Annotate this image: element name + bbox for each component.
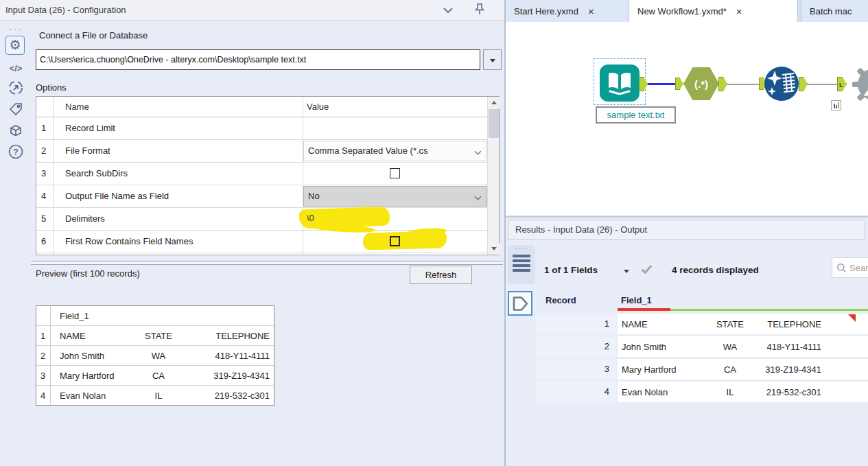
- field1-column-header[interactable]: Field_1: [621, 295, 652, 305]
- scrollbar-thumb[interactable]: [489, 109, 499, 138]
- first-row-names-checkbox[interactable]: [390, 236, 400, 246]
- truncation-warning-icon: [848, 314, 856, 322]
- records-summary: 4 records displayed: [672, 265, 759, 275]
- option-name: Output File Name as Field: [65, 191, 169, 201]
- output-port-selector[interactable]: [508, 291, 532, 316]
- file-path-input[interactable]: [36, 49, 480, 70]
- options-value-header: Value: [307, 102, 329, 112]
- refresh-button[interactable]: Refresh: [410, 266, 472, 284]
- tab-new-workflow1[interactable]: New Workflow1.yxmd* ×: [629, 0, 798, 22]
- option-row-delimiters: 5 Delimiters \0: [36, 208, 488, 231]
- preview-row: 2 John Smith WA 418-Y11-4111: [36, 346, 274, 366]
- option-row-record-limit: 1 Record Limit: [36, 117, 488, 140]
- pin-icon[interactable]: [473, 3, 486, 17]
- cell-name: Mary Hartford: [622, 364, 711, 375]
- more-options-dots-icon[interactable]: ···: [6, 23, 25, 34]
- cell-state: STATE: [711, 319, 749, 329]
- row-number: 3: [40, 371, 45, 381]
- workflow-canvas[interactable]: (.*) L: [506, 22, 868, 215]
- scroll-down-button[interactable]: [488, 243, 500, 255]
- code-icon[interactable]: </>: [6, 63, 25, 73]
- search-subdirs-checkbox[interactable]: [390, 168, 400, 178]
- field-cell[interactable]: Mary Hartford CA 319-Z19-4341: [618, 359, 868, 380]
- tab-start-here[interactable]: Start Here.yxmd ×: [506, 0, 629, 22]
- output-filename-dropdown[interactable]: No: [303, 186, 487, 207]
- options-header-row: Name Value: [36, 97, 488, 117]
- connection-port-icon: [512, 295, 529, 312]
- input-anchor-icon[interactable]: [675, 78, 683, 90]
- results-side-handle[interactable]: ·····: [508, 245, 535, 284]
- input-data-tool[interactable]: [600, 65, 640, 102]
- option-row-first-row-names: 6 First Row Contains Field Names: [36, 231, 488, 253]
- gear-pencil-icon: [849, 62, 868, 107]
- close-icon[interactable]: ×: [588, 6, 594, 16]
- chevron-down-icon: [475, 194, 482, 200]
- cell-name: NAME: [60, 331, 142, 341]
- sparkle-table-icon: [764, 66, 799, 102]
- config-panel-title: Input Data (26) - Configuration: [5, 5, 126, 15]
- options-name-header: Name: [65, 102, 89, 112]
- file-dropdown-button[interactable]: [483, 49, 502, 70]
- cell-name: John Smith: [60, 351, 142, 361]
- connection-wire-selected[interactable]: [648, 83, 675, 85]
- left-input-anchor[interactable]: L: [837, 77, 847, 91]
- cell-phone: 219-532-c301: [175, 391, 270, 401]
- connection-wire[interactable]: [808, 84, 838, 85]
- right-input-anchor[interactable]: [831, 100, 841, 110]
- cell-state: IL: [711, 387, 749, 397]
- options-scrollbar[interactable]: [487, 97, 499, 255]
- regex-tool[interactable]: (.*): [683, 66, 719, 102]
- record-number-cell: 2: [537, 336, 616, 357]
- help-icon[interactable]: ?: [6, 143, 25, 160]
- option-row-output-filename: 4 Output File Name as Field No: [36, 185, 488, 208]
- cell-phone: 418-Y11-4111: [175, 351, 270, 361]
- cell-name: Evan Nolan: [622, 387, 711, 397]
- results-search-box[interactable]: [832, 257, 868, 278]
- open-book-icon: [607, 71, 633, 95]
- cell-name: Mary Hartford: [60, 371, 142, 381]
- tab-label: Start Here.yxmd: [514, 6, 578, 16]
- cell-state: CA: [711, 364, 749, 375]
- field-cell[interactable]: NAME STATE TELEPHONE: [618, 314, 868, 334]
- regex-tool-text: (.*): [694, 78, 708, 90]
- search-input[interactable]: [849, 263, 868, 273]
- tab-batch-macro[interactable]: Batch mac: [801, 0, 868, 22]
- field-cell[interactable]: John Smith WA 418-Y11-4111: [618, 336, 868, 357]
- data-quality-bar-red: [618, 308, 670, 311]
- output-anchor-icon[interactable]: [718, 77, 727, 91]
- cell-state: CA: [142, 371, 175, 381]
- fields-dropdown-caret-icon[interactable]: [624, 270, 629, 273]
- data-cleansing-tool[interactable]: [764, 66, 799, 102]
- panel-splitter[interactable]: [31, 261, 503, 265]
- input-tool-label: sample text.txt: [596, 106, 676, 124]
- cell-state: WA: [711, 342, 749, 352]
- record-number-cell: 1: [537, 314, 616, 334]
- close-icon[interactable]: ×: [736, 6, 742, 16]
- preview-table: Field_1 1 NAME STATE TELEPHONE 2 John Sm…: [36, 305, 274, 406]
- dropdown-arrow-icon: [490, 59, 495, 62]
- preview-row: 1 NAME STATE TELEPHONE: [36, 326, 274, 346]
- cell-phone: 319-Z19-4341: [749, 364, 821, 375]
- package-icon[interactable]: [6, 123, 25, 138]
- output-anchor-icon[interactable]: [799, 77, 808, 91]
- scroll-up-button[interactable]: [488, 97, 500, 108]
- output-anchor-icon[interactable]: [639, 77, 648, 91]
- tag-icon[interactable]: [6, 102, 25, 117]
- fields-summary[interactable]: 1 of 1 Fields: [544, 265, 598, 275]
- refresh-macro-icon[interactable]: [6, 80, 25, 96]
- delimiters-value[interactable]: \0: [307, 213, 314, 223]
- hamburger-icon: [513, 259, 530, 262]
- cell-phone: 219-532-c301: [749, 387, 821, 397]
- macro-tool[interactable]: [849, 62, 868, 107]
- collapse-chevron-icon[interactable]: [442, 5, 454, 15]
- record-column-header[interactable]: Record: [546, 295, 576, 305]
- record-limit-value[interactable]: [303, 117, 488, 139]
- tool-configuration-tab[interactable]: ⚙: [5, 36, 25, 55]
- chevron-down-icon: [475, 148, 482, 155]
- file-format-dropdown[interactable]: Comma Separated Value (*.cs: [303, 141, 487, 161]
- preview-row: 3 Mary Hartford CA 319-Z19-4341: [36, 366, 274, 386]
- cell-state: WA: [142, 351, 175, 361]
- connection-wire[interactable]: [727, 84, 759, 85]
- tab-label: New Workflow1.yxmd*: [637, 6, 727, 16]
- field-cell[interactable]: Evan Nolan IL 219-532-c301: [618, 382, 868, 402]
